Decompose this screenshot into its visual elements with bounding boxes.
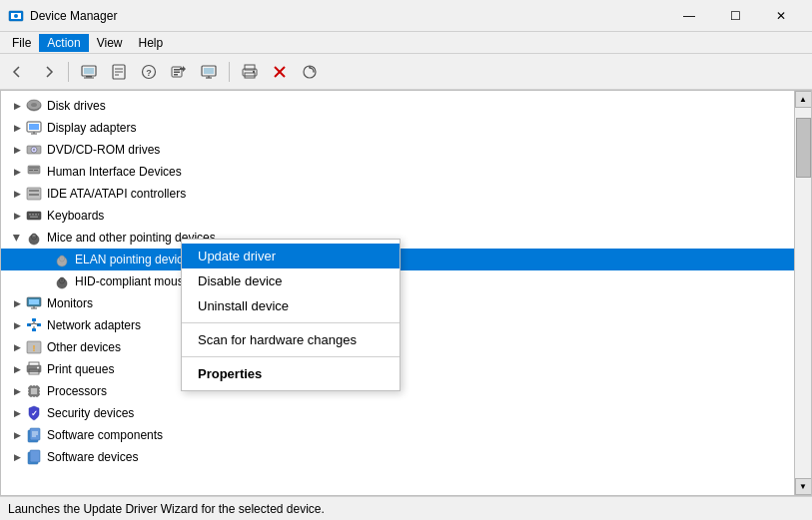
scan-button[interactable]	[296, 58, 324, 86]
remove-button[interactable]	[266, 58, 294, 86]
tree-item-keyboards[interactable]: ▶ Keyboards	[1, 205, 794, 227]
svg-rect-63	[29, 299, 39, 304]
icon-sw-devices	[25, 449, 43, 465]
computer-button[interactable]	[75, 58, 103, 86]
svg-text:✓: ✓	[31, 409, 38, 418]
tree-item-dvd[interactable]: ▶ DVD/CD-ROM drives	[1, 139, 794, 161]
svg-rect-48	[32, 214, 34, 216]
label-sw-components: Software components	[47, 428, 163, 442]
menu-action[interactable]: Action	[39, 34, 88, 52]
icon-mice	[25, 230, 43, 246]
scrollbar[interactable]: ▲ ▼	[794, 91, 811, 495]
menu-file[interactable]: File	[4, 34, 39, 52]
tree-item-hid[interactable]: ▶ Human Interface Devices	[1, 161, 794, 183]
svg-rect-41	[29, 170, 33, 171]
chevron-other: ▶	[9, 339, 25, 355]
toolbar-sep-2	[229, 62, 230, 82]
svg-rect-40	[29, 167, 39, 169]
svg-rect-24	[253, 71, 255, 73]
svg-point-2	[14, 14, 18, 18]
ctx-update-driver[interactable]: Update driver	[182, 244, 400, 268]
scroll-thumb[interactable]	[796, 118, 811, 178]
ctx-disable-device[interactable]: Disable device	[182, 268, 400, 293]
svg-rect-45	[29, 194, 39, 196]
minimize-button[interactable]: —	[666, 0, 712, 32]
scroll-up-button[interactable]: ▲	[795, 91, 812, 108]
tree-item-display-adapters[interactable]: ▶ Display adapters	[1, 117, 794, 139]
svg-rect-66	[32, 318, 36, 321]
ctx-scan-hardware[interactable]: Scan for hardware changes	[182, 327, 400, 352]
tree-item-sw-components[interactable]: ▶ Software components	[1, 424, 794, 446]
svg-rect-47	[29, 214, 31, 216]
icon-ide-ata	[25, 186, 43, 202]
help-button[interactable]: ?	[135, 58, 163, 86]
context-menu: Update driver Disable device Uninstall d…	[181, 239, 401, 391]
chevron-sw-devices: ▶	[9, 449, 25, 465]
label-hid: Human Interface Devices	[47, 165, 182, 179]
status-text: Launches the Update Driver Wizard for th…	[8, 502, 325, 516]
forward-button[interactable]	[34, 58, 62, 86]
chevron-mice: ▶	[9, 230, 25, 246]
icon-monitors	[25, 295, 43, 311]
ctx-sep-1	[182, 322, 400, 323]
tree-item-disk-drives[interactable]: ▶ Disk drives	[1, 95, 794, 117]
label-keyboards: Keyboards	[47, 209, 104, 223]
label-display-adapters: Display adapters	[47, 121, 136, 135]
svg-rect-5	[86, 76, 92, 78]
status-bar: Launches the Update Driver Wizard for th…	[0, 496, 812, 520]
chevron-hid: ▶	[9, 164, 25, 180]
svg-rect-18	[204, 68, 214, 74]
menu-bar: File Action View Help	[0, 32, 812, 54]
label-print: Print queues	[47, 362, 114, 376]
svg-rect-42	[34, 170, 38, 171]
tree-item-ide-ata[interactable]: ▶ IDE ATA/ATAPI controllers	[1, 183, 794, 205]
label-monitors: Monitors	[47, 296, 93, 310]
chevron-disk-drives: ▶	[9, 98, 25, 114]
label-hid-mouse: HID-compliant mouse	[75, 274, 190, 288]
svg-rect-6	[84, 77, 94, 78]
icon-display-adapters	[25, 120, 43, 136]
main-content: ▶ Disk drives ▶ Display a	[0, 90, 812, 496]
title-bar: Device Manager — ☐ ✕	[0, 0, 812, 32]
icon-network	[25, 317, 43, 333]
icon-dvd	[25, 142, 43, 158]
svg-rect-50	[38, 214, 39, 216]
label-processors: Processors	[47, 384, 107, 398]
svg-point-38	[33, 149, 35, 151]
menu-help[interactable]: Help	[131, 34, 172, 52]
svg-rect-15	[174, 71, 180, 73]
svg-rect-4	[84, 68, 94, 74]
label-dvd: DVD/CD-ROM drives	[47, 143, 160, 157]
maximize-button[interactable]: ☐	[712, 0, 758, 32]
window-title: Device Manager	[30, 9, 666, 23]
back-button[interactable]	[4, 58, 32, 86]
ctx-properties[interactable]: Properties	[182, 361, 400, 386]
svg-point-31	[31, 103, 37, 107]
svg-rect-101	[30, 450, 40, 462]
icon-hid-mouse	[53, 273, 71, 289]
ctx-uninstall-device[interactable]: Uninstall device	[182, 293, 400, 318]
window-controls: — ☐ ✕	[666, 0, 804, 32]
icon-processors	[25, 383, 43, 399]
update-driver-button[interactable]	[165, 58, 193, 86]
print-button[interactable]	[236, 58, 264, 86]
toolbar: ?	[0, 54, 812, 90]
label-sw-devices: Software devices	[47, 450, 138, 464]
scroll-down-button[interactable]: ▼	[795, 478, 812, 495]
menu-view[interactable]: View	[89, 34, 131, 52]
tree-item-sw-devices[interactable]: ▶ Software devices	[1, 446, 794, 468]
svg-rect-49	[35, 214, 37, 216]
svg-rect-81	[31, 388, 37, 394]
svg-rect-16	[174, 74, 178, 76]
svg-text:?: ?	[146, 68, 152, 78]
app-icon	[8, 8, 24, 24]
properties-button[interactable]	[105, 58, 133, 86]
toolbar-sep-1	[68, 62, 69, 82]
svg-rect-51	[30, 217, 38, 219]
tree-item-security[interactable]: ▶ ✓ Security devices	[1, 402, 794, 424]
icon-print	[25, 361, 43, 377]
close-button[interactable]: ✕	[758, 0, 804, 32]
svg-rect-46	[27, 212, 41, 220]
icon-keyboards	[25, 208, 43, 224]
monitor-button[interactable]	[195, 58, 223, 86]
